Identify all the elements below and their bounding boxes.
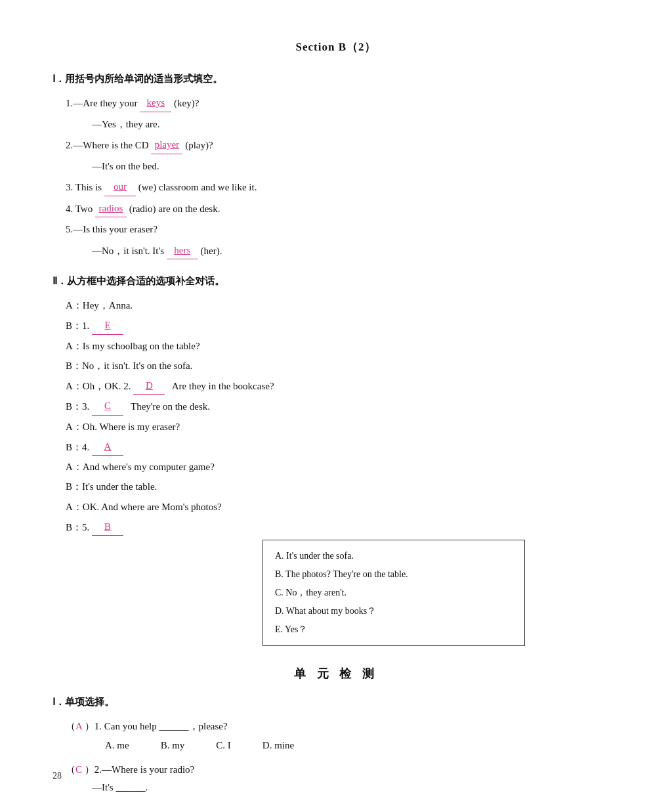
section-title: Section B（2） — [52, 39, 620, 54]
dialogue-a5: A：And where's my computer game? — [66, 458, 620, 475]
choice-a: A. It's under the sofa. — [275, 547, 513, 565]
mc-q1-options: A. me B. my C. I D. mine — [105, 737, 620, 754]
mc-q2-options: A. the table B. on table C. on the table… — [105, 798, 620, 801]
mc-q2-opt-b: B. on table — [182, 798, 225, 801]
section2-header: Ⅱ．从方框中选择合适的选项补全对话。 — [52, 275, 620, 288]
q2-answer: player — [151, 137, 182, 154]
d5-answer: B — [92, 518, 123, 536]
dialogue-a6: A：OK. And where are Mom's photos? — [66, 498, 620, 515]
q5: 5.—Is this your eraser? — [66, 221, 620, 238]
dialogue-b3: B：3. C They're on the desk. — [66, 397, 620, 415]
d1-answer: E — [92, 316, 123, 334]
dialogue-b4: B：4. A — [66, 438, 620, 456]
section2-block: Ⅱ．从方框中选择合适的选项补全对话。 A：Hey，Anna. B：1. E A：… — [52, 275, 620, 646]
mc-q2-opt-a: A. the table — [105, 798, 151, 801]
mc-q1-opt-b: B. my — [161, 737, 185, 754]
q3: 3. This is our (we) classroom and we lik… — [66, 179, 620, 196]
mc-q1: （A ）1. Can you help ______，please? A. me… — [66, 718, 620, 754]
choice-e: E. Yes？ — [275, 620, 513, 639]
dialogue-b5: B：It's under the table. — [66, 478, 620, 495]
q4-answer: radios — [95, 200, 127, 218]
dialogue-b6: B：5. B — [66, 518, 620, 536]
mc-q1-opt-c: C. I — [216, 737, 231, 754]
choice-d: D. What about my books？ — [275, 602, 513, 620]
section1-block: Ⅰ．用括号内所给单词的适当形式填空。 1.—Are they your keys… — [52, 73, 620, 259]
dialogue-a3: A：Oh，OK. 2. D Are they in the bookcase? — [66, 377, 620, 395]
q5-answer: hers — [167, 242, 198, 260]
mc-q2: （C ）2.—Where is your radio? —It's ______… — [66, 761, 620, 801]
section3-header: Ⅰ．单项选择。 — [52, 696, 620, 708]
mc-q2-opt-c: C. on the table — [257, 798, 314, 801]
section3-block: Ⅰ．单项选择。 （A ）1. Can you help ______，pleas… — [52, 696, 620, 801]
d4-answer: A — [92, 438, 123, 456]
q1-sub: —Yes，they are. — [92, 116, 620, 133]
q2: 2.—Where is the CD player (play)? — [66, 137, 620, 154]
mc-q2-sub: —It's ______. — [92, 779, 620, 796]
dialogue-a4: A：Oh. Where is my eraser? — [66, 418, 620, 435]
choice-box: A. It's under the sofa. B. The photos? T… — [262, 540, 525, 646]
dialogue-a1: A：Hey，Anna. — [66, 297, 620, 314]
d3-answer: C — [92, 397, 123, 415]
section1-header: Ⅰ．用括号内所给单词的适当形式填空。 — [52, 73, 620, 85]
q1-answer: keys — [140, 95, 171, 112]
mc-q1-opt-a: A. me — [105, 737, 129, 754]
choice-b: B. The photos? They're on the table. — [275, 565, 513, 584]
dialogue-b2: B：No，it isn't. It's on the sofa. — [66, 357, 620, 374]
mc-q2-answer: C — [75, 764, 82, 775]
q4: 4. Two radios (radio) are on the desk. — [66, 200, 620, 218]
q1: 1.—Are they your keys (key)? — [66, 95, 620, 112]
dialogue-b1: B：1. E — [66, 316, 620, 334]
mc-q1-answer: A — [75, 721, 82, 731]
q3-answer: our — [104, 179, 136, 196]
mc-q2-opt-d: D. table — [345, 798, 376, 801]
q5-sub: —No，it isn't. It's hers (her). — [92, 242, 620, 260]
q2-sub: —It's on the bed. — [92, 158, 620, 175]
mc-q1-opt-d: D. mine — [262, 737, 294, 754]
page-number: 28 — [52, 771, 62, 781]
dialogue-a2: A：Is my schoolbag on the table? — [66, 337, 620, 355]
d2-answer: D — [133, 377, 165, 395]
choice-c: C. No，they aren't. — [275, 584, 513, 602]
unit-title: 单 元 检 测 — [52, 666, 620, 682]
